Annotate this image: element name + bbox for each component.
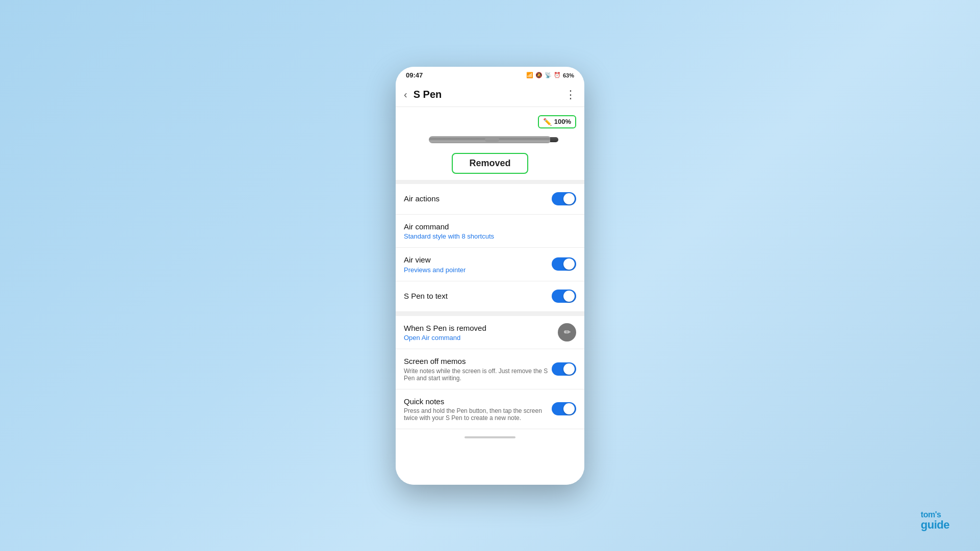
settings-group-1: Air actions Air command Standard style w…	[396, 184, 584, 312]
battery-badge: ✏️ 100%	[538, 115, 576, 128]
quick-notes-toggle[interactable]	[552, 402, 576, 415]
quick-notes-title: Quick notes	[404, 397, 552, 407]
air-actions-item[interactable]: Air actions	[396, 184, 584, 215]
pen-to-text-title: S Pen to text	[404, 291, 552, 301]
when-removed-title: When S Pen is removed	[404, 323, 558, 333]
quick-notes-toggle-knob	[563, 403, 575, 414]
when-removed-text: When S Pen is removed Open Air command	[404, 323, 558, 342]
quick-notes-subtitle: Press and hold the Pen button, then tap …	[404, 407, 552, 422]
quick-notes-item[interactable]: Quick notes Press and hold the Pen butto…	[396, 389, 584, 430]
wifi-icon: 📡	[545, 72, 552, 78]
screen-off-memos-subtitle: Write notes while the screen is off. Jus…	[404, 368, 552, 382]
page-title: S Pen	[414, 89, 565, 100]
air-actions-toggle-knob	[563, 193, 575, 204]
battery-display: 63%	[563, 72, 574, 78]
pen-section: ✏️ 100% Removed	[396, 107, 584, 184]
air-command-text: Air command Standard style with 8 shortc…	[404, 222, 576, 241]
tomsguide-watermark: tom's guide	[921, 510, 949, 531]
pen-to-text-text: S Pen to text	[404, 291, 552, 301]
alarm-icon: ⏰	[554, 72, 561, 78]
air-view-toggle[interactable]	[552, 257, 576, 271]
when-removed-item[interactable]: When S Pen is removed Open Air command ✏	[396, 316, 584, 350]
screen-off-memos-toggle[interactable]	[552, 362, 576, 376]
phone-frame: 09:47 📶 🔕 📡 ⏰ 63% ‹ S Pen ⋮ ✏️ 100% Remo…	[396, 67, 584, 485]
air-view-toggle-knob	[563, 258, 575, 270]
air-command-subtitle: Standard style with 8 shortcuts	[404, 232, 576, 240]
settings-list: Air actions Air command Standard style w…	[396, 184, 584, 485]
air-view-text: Air view Previews and pointer	[404, 255, 552, 274]
pen-tip	[550, 137, 558, 142]
edit-button[interactable]: ✏	[558, 323, 576, 342]
time-display: 09:47	[406, 71, 423, 79]
air-command-item[interactable]: Air command Standard style with 8 shortc…	[396, 215, 584, 248]
air-actions-title: Air actions	[404, 194, 552, 204]
pen-illustration	[424, 133, 556, 147]
signal-icon: 📶	[526, 72, 533, 78]
status-icons: 📶 🔕 📡 ⏰ 63%	[526, 72, 574, 78]
scroll-indicator	[465, 436, 515, 438]
when-removed-subtitle: Open Air command	[404, 334, 558, 342]
screen-off-memos-text: Screen off memos Write notes while the s…	[404, 356, 552, 382]
watermark-line2: guide	[921, 519, 949, 531]
air-command-title: Air command	[404, 222, 576, 232]
pen-status-badge: Removed	[452, 153, 528, 174]
pen-battery-icon: ✏️	[543, 118, 552, 126]
app-header: ‹ S Pen ⋮	[396, 83, 584, 107]
mute-icon: 🔕	[535, 72, 543, 78]
status-bar: 09:47 📶 🔕 📡 ⏰ 63%	[396, 67, 584, 83]
battery-percent: 100%	[554, 118, 571, 125]
screen-off-memos-item[interactable]: Screen off memos Write notes while the s…	[396, 349, 584, 389]
air-view-title: Air view	[404, 255, 552, 265]
air-actions-text: Air actions	[404, 194, 552, 204]
pen-button-detail	[485, 138, 499, 142]
quick-notes-text: Quick notes Press and hold the Pen butto…	[404, 397, 552, 422]
settings-group-2: When S Pen is removed Open Air command ✏…	[396, 316, 584, 430]
settings-divider	[396, 312, 584, 316]
more-menu-button[interactable]: ⋮	[565, 88, 576, 101]
back-button[interactable]: ‹	[404, 89, 407, 100]
air-view-item[interactable]: Air view Previews and pointer	[396, 248, 584, 281]
screen-off-memos-title: Screen off memos	[404, 356, 552, 366]
pen-to-text-toggle-knob	[563, 291, 575, 302]
air-view-subtitle: Previews and pointer	[404, 266, 552, 274]
screen-off-memos-toggle-knob	[563, 363, 575, 375]
pen-to-text-toggle[interactable]	[552, 290, 576, 303]
air-actions-toggle[interactable]	[552, 192, 576, 205]
pen-to-text-item[interactable]: S Pen to text	[396, 281, 584, 312]
